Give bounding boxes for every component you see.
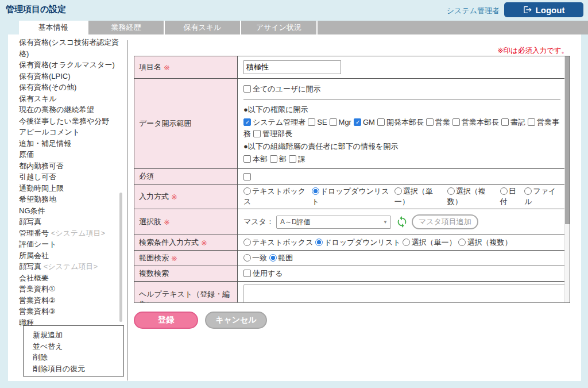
logout-button[interactable]: Logout [504, 2, 583, 17]
action-add-new[interactable]: 新規追加 [33, 329, 123, 341]
perm-checkbox-group: システム管理者SEMgrGM開発本部長営業営業本部長書記営業事務管理部長 [243, 117, 564, 140]
sidebar-item[interactable]: 通勤時間上限 [19, 183, 121, 194]
perm-checkbox[interactable]: 管理部長 [253, 129, 292, 138]
perm-checkbox[interactable]: 開発本部長 [377, 118, 424, 126]
search-input-method-radio[interactable]: 選択（単一） [403, 237, 456, 248]
sidebar-item[interactable]: 営業資料② [19, 295, 121, 306]
checkbox-icon [243, 85, 251, 93]
tab-assign-status[interactable]: アサイン状況 [241, 21, 318, 34]
perm-checkbox[interactable]: 書記 [501, 118, 525, 126]
form-scrollbar-thumb[interactable] [565, 56, 570, 224]
sidebar-item[interactable]: 営業資料① [19, 283, 121, 295]
cancel-button[interactable]: キャンセル [205, 312, 267, 329]
perm-checkbox[interactable]: 営業 [426, 118, 450, 126]
checkbox-icon [501, 118, 509, 126]
section-divider [243, 99, 560, 100]
tab-work-history[interactable]: 業務経歴 [88, 21, 165, 34]
sidebar-item[interactable]: 保有資格(その他) [19, 82, 121, 93]
sidebar-item[interactable]: アピールコメント [19, 126, 121, 138]
perm-heading: ●以下の権限に開示 [243, 104, 564, 116]
perm-checkbox[interactable]: SE [308, 118, 327, 126]
org-heading: ●以下の組織階層の責任者に部下の情報を開示 [243, 141, 564, 152]
required-mark: ※ [201, 239, 207, 247]
checkbox-icon [330, 118, 337, 126]
field-label-range-search: 範囲検索※ [134, 251, 238, 266]
form-scrollbar-track[interactable] [564, 56, 570, 302]
org-checkbox[interactable]: 本部 [243, 155, 268, 163]
org-checkbox[interactable]: 課 [289, 155, 305, 163]
perm-checkbox[interactable]: 営業本部長 [452, 118, 499, 126]
input-method-radio[interactable]: 選択（単一） [394, 186, 445, 207]
sidebar-item[interactable]: 評価シート [19, 239, 121, 250]
input-method-radio[interactable]: テキストボックス [243, 186, 310, 207]
checkbox-icon [426, 118, 434, 126]
sidebar-item[interactable]: 引越し可否 [19, 171, 121, 183]
tab-skills[interactable]: 保有スキル [165, 21, 241, 34]
master-select[interactable]: A～D評価 [276, 216, 391, 229]
sidebar-item[interactable]: NG条件 [19, 205, 121, 217]
submit-button[interactable]: 登録 [134, 312, 198, 329]
logout-label: Logout [536, 5, 565, 15]
sidebar-scrollbar[interactable] [119, 193, 122, 322]
sidebar-item[interactable]: 保有スキル [19, 93, 121, 105]
sidebar-item[interactable]: 希望勤務地 [19, 194, 121, 205]
sidebar-item[interactable]: 営業資料③ [19, 306, 121, 317]
input-method-radio[interactable]: ドロップダウンリスト [312, 186, 392, 207]
radio-icon [394, 187, 402, 195]
sidebar-item[interactable]: 保有資格(LPIC) [19, 71, 121, 82]
radio-icon [269, 254, 277, 262]
sidebar-item[interactable]: 現在の業務の継続希望 [19, 104, 121, 116]
sidebar-item[interactable]: 顔写真 <システム項目> [19, 261, 121, 272]
master-label: マスタ： [243, 217, 274, 227]
checkbox-icon [308, 118, 315, 126]
input-method-radio[interactable]: ファイル [524, 186, 562, 207]
sidebar-item[interactable]: 保有資格(オラクルマスター) [19, 59, 121, 71]
search-input-method-radio[interactable]: テキストボックス [243, 237, 313, 248]
multi-search-checkbox[interactable]: 使用する [243, 268, 283, 279]
action-reorder[interactable]: 並べ替え [33, 341, 123, 352]
sidebar-item[interactable]: 保有資格(シスコ技術者認定資格) [19, 37, 121, 59]
field-label-disclosure: データ開示範囲 [134, 79, 238, 168]
refresh-icon[interactable] [396, 216, 408, 228]
org-checkbox[interactable]: 部 [270, 155, 287, 163]
page-title: 管理項目の設定 [6, 4, 66, 15]
action-restore-deleted[interactable]: 削除項目の復元 [33, 363, 123, 375]
tab-bar: 基本情報 業務経歴 保有スキル アサイン状況 [19, 21, 588, 34]
checkbox-icon [243, 270, 251, 277]
item-name-input[interactable] [243, 60, 341, 74]
field-label-search-input-method: 検索条件入力方式※ [134, 235, 238, 250]
add-master-item-button[interactable]: マスタ項目追加 [412, 214, 478, 229]
required-mark: ※ [164, 63, 170, 72]
input-method-radio[interactable]: 選択（複数） [447, 186, 498, 207]
all-users-checkbox[interactable]: 全てのユーザに開示 [243, 84, 321, 93]
tab-basic-info[interactable]: 基本情報 [19, 21, 88, 34]
perm-checkbox[interactable]: Mgr [330, 118, 351, 126]
sidebar-item[interactable]: 都内勤務可否 [19, 160, 121, 172]
help-text-textarea[interactable] [243, 284, 567, 303]
radio-icon [312, 187, 319, 195]
sidebar-item[interactable]: 原価 [19, 149, 121, 160]
range-search-radio[interactable]: 一致 [243, 253, 267, 263]
sidebar-item[interactable]: 追加・補足情報 [19, 138, 121, 149]
perm-checkbox[interactable]: GM [354, 118, 375, 126]
settings-form-table: 項目名※ データ開示範囲 全てのユーザに開示 ●以下の権限に開示 システム管理者… [134, 56, 570, 303]
field-label-multi-search: 複数検索 [134, 266, 238, 281]
search-input-method-radio-group: テキストボックス ドロップダウンリスト 選択（単一） 選択（複数） [238, 235, 570, 250]
checkbox-icon [452, 118, 460, 126]
sidebar-item[interactable]: 所属会社 [19, 250, 121, 262]
search-input-method-radio[interactable]: 選択（複数） [458, 237, 512, 248]
input-method-radio-group: テキストボックス ドロップダウンリスト 選択（単一） 選択（複数） 日付 ファイ… [238, 185, 570, 209]
sidebar-item[interactable]: 会社概要 [19, 272, 121, 284]
field-label-choices: 選択肢※ [134, 209, 238, 235]
required-checkbox[interactable] [243, 172, 253, 181]
perm-checkbox[interactable]: システム管理者 [243, 118, 305, 126]
action-delete[interactable]: 削除 [33, 352, 123, 363]
search-input-method-radio[interactable]: ドロップダウンリスト [315, 237, 400, 248]
required-mark: ※ [171, 254, 177, 263]
sidebar-item[interactable]: 顔写真 [19, 216, 121, 228]
range-search-radio[interactable]: 範囲 [269, 253, 293, 263]
input-method-radio[interactable]: 日付 [500, 186, 523, 207]
radio-icon [243, 254, 251, 262]
sidebar-item[interactable]: 今後従事したい業務や分野 [19, 116, 121, 127]
sidebar-item[interactable]: 管理番号 <システム項目> [19, 228, 121, 239]
